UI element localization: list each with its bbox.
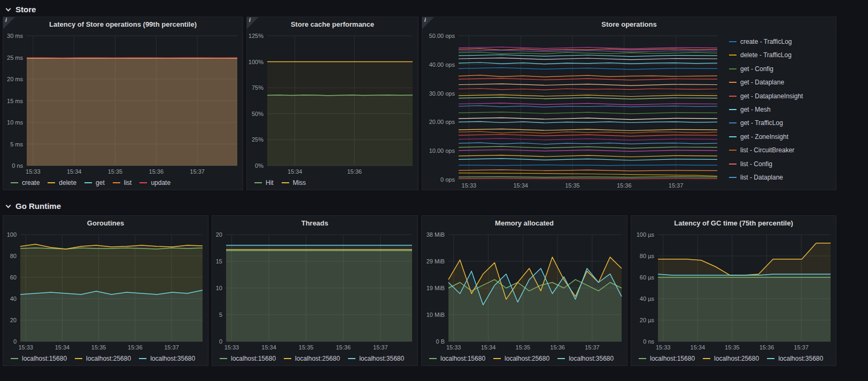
legend-item[interactable]: get - Config bbox=[729, 65, 833, 73]
legend-item[interactable]: list - Dataplane bbox=[729, 174, 833, 181]
legend-item[interactable]: localhost:25680 bbox=[284, 355, 340, 362]
panel-title[interactable]: Goroutines bbox=[3, 216, 208, 230]
legend-item[interactable]: localhost:35680 bbox=[557, 355, 614, 362]
series-label: localhost:15680 bbox=[650, 355, 695, 362]
legend-item[interactable]: get - ZoneInsight bbox=[729, 133, 833, 141]
svg-text:20 ms: 20 ms bbox=[7, 76, 23, 82]
panel-latency-store-operations: i Latency of Store operations (99th perc… bbox=[3, 17, 243, 190]
panel-title[interactable]: Latency of GC time (75th percentile) bbox=[631, 216, 836, 230]
store-operations-chart[interactable]: 0 ops10.00 ops20.00 ops30.00 ops40.00 op… bbox=[422, 32, 723, 190]
svg-text:60 µs: 60 µs bbox=[640, 274, 655, 281]
svg-text:10.00 ops: 10.00 ops bbox=[429, 147, 455, 154]
legend-item[interactable]: create bbox=[11, 179, 40, 186]
legend-item[interactable]: Miss bbox=[282, 179, 306, 186]
legend-item[interactable]: localhost:15680 bbox=[11, 355, 67, 362]
legend-item[interactable]: localhost:35680 bbox=[767, 355, 823, 362]
legend-item[interactable]: update bbox=[140, 179, 170, 186]
legend-item[interactable]: localhost:15680 bbox=[220, 355, 276, 362]
legend-item[interactable]: localhost:25680 bbox=[703, 355, 759, 362]
section-title: Store bbox=[15, 5, 36, 14]
panel-info-icon[interactable]: i bbox=[247, 17, 259, 29]
svg-text:15:34: 15:34 bbox=[261, 344, 276, 351]
legend-item[interactable]: localhost:35680 bbox=[348, 355, 404, 362]
gc-latency-chart[interactable]: 0 ns20 µs40 µs60 µs80 µs100 µs15:3315:34… bbox=[631, 230, 836, 352]
section-header-go-runtime[interactable]: Go Runtime bbox=[0, 197, 868, 213]
threads-chart[interactable]: 0510152015:3315:3415:3515:3615:37 bbox=[212, 230, 417, 352]
panel-title[interactable]: Store operations bbox=[422, 17, 836, 32]
legend-item[interactable]: list bbox=[113, 179, 132, 186]
series-label: localhost:25680 bbox=[714, 355, 759, 362]
legend-item[interactable]: localhost:35680 bbox=[139, 355, 195, 362]
legend-item[interactable]: delete - TrafficLog bbox=[729, 51, 833, 59]
legend-item[interactable]: get - Mesh bbox=[729, 106, 833, 113]
panel-goroutines: Goroutines 02040608010015:3315:3415:3515… bbox=[3, 215, 208, 366]
legend-item[interactable]: Hit bbox=[254, 179, 274, 186]
svg-text:0: 0 bbox=[13, 338, 17, 345]
chevron-down-icon bbox=[6, 6, 11, 11]
goroutines-chart[interactable]: 02040608010015:3315:3415:3515:3615:37 bbox=[3, 230, 208, 352]
panel-store-operations: i Store operations 0 ops10.00 ops20.00 o… bbox=[422, 17, 836, 190]
svg-text:15:34: 15:34 bbox=[513, 182, 528, 189]
panel-title[interactable]: Memory allocated bbox=[422, 216, 627, 230]
panel-info-icon[interactable]: i bbox=[3, 17, 15, 29]
chart-legend: localhost:15680localhost:25680localhost:… bbox=[422, 352, 627, 366]
memory-allocated-chart[interactable]: 0 B10 MiB19 MiB29 MiB38 MiB15:3315:3415:… bbox=[422, 230, 627, 352]
svg-text:20: 20 bbox=[10, 317, 17, 323]
chart-legend: createdeletegetlistupdate bbox=[3, 176, 243, 190]
series-label: localhost:25680 bbox=[86, 355, 131, 362]
legend-item[interactable]: get - DataplaneInsight bbox=[729, 92, 833, 100]
latency-store-chart[interactable]: 0 ns5 ms10 ms15 ms20 ms25 ms30 ms15:3315… bbox=[3, 32, 243, 176]
svg-text:40.00 ops: 40.00 ops bbox=[429, 61, 455, 68]
svg-text:15: 15 bbox=[216, 258, 222, 265]
panel-info-icon[interactable]: i bbox=[422, 17, 434, 29]
store-cache-chart[interactable]: 0%25%50%75%100%125%15:3415:36 bbox=[247, 32, 418, 176]
legend-item[interactable]: get - TrafficLog bbox=[729, 119, 833, 127]
series-color-dash bbox=[140, 182, 147, 183]
svg-text:15:37: 15:37 bbox=[373, 344, 388, 351]
series-color-dash bbox=[220, 358, 227, 359]
panel-title[interactable]: Threads bbox=[212, 216, 417, 230]
legend-item[interactable]: localhost:25680 bbox=[493, 355, 549, 362]
svg-text:15:33: 15:33 bbox=[462, 182, 477, 189]
series-label: localhost:35680 bbox=[569, 355, 614, 362]
chart-legend: localhost:15680localhost:25680localhost:… bbox=[212, 352, 417, 366]
svg-text:15:36: 15:36 bbox=[128, 344, 143, 351]
panel-title[interactable]: Store cache performance bbox=[247, 17, 418, 32]
series-color-dash bbox=[729, 136, 737, 137]
svg-text:10: 10 bbox=[216, 285, 222, 291]
legend-item[interactable]: create - TrafficLog bbox=[729, 38, 833, 45]
svg-text:15:36: 15:36 bbox=[149, 168, 164, 175]
panel-title[interactable]: Latency of Store operations (99th percen… bbox=[3, 17, 243, 32]
legend-item[interactable]: list - CircuitBreaker bbox=[729, 146, 833, 154]
series-label: get - Dataplane bbox=[740, 79, 784, 86]
series-label: get - ZoneInsight bbox=[740, 133, 788, 141]
store-panels-row: i Latency of Store operations (99th perc… bbox=[0, 17, 868, 190]
legend-item[interactable]: get bbox=[84, 179, 105, 186]
legend-item[interactable]: localhost:25680 bbox=[75, 355, 131, 362]
svg-text:15:34: 15:34 bbox=[55, 344, 70, 351]
legend-item[interactable]: localhost:15680 bbox=[429, 355, 485, 362]
legend-item[interactable]: delete bbox=[48, 179, 76, 186]
series-color-dash bbox=[729, 177, 737, 178]
series-label: get - Mesh bbox=[740, 106, 771, 113]
section-header-store[interactable]: Store bbox=[0, 0, 868, 17]
legend-item[interactable]: localhost:15680 bbox=[639, 355, 695, 362]
svg-text:0%: 0% bbox=[255, 162, 264, 169]
svg-text:15:37: 15:37 bbox=[190, 168, 205, 175]
legend-item[interactable]: list - Config bbox=[729, 160, 833, 168]
svg-text:15:34: 15:34 bbox=[481, 344, 496, 351]
svg-text:15:36: 15:36 bbox=[336, 344, 351, 351]
series-label: get - Config bbox=[740, 65, 773, 73]
series-label: delete - TrafficLog bbox=[740, 51, 792, 59]
svg-text:20 µs: 20 µs bbox=[640, 317, 655, 323]
series-label: localhost:25680 bbox=[505, 355, 549, 362]
svg-text:20: 20 bbox=[216, 231, 222, 238]
series-label: create bbox=[22, 179, 40, 186]
series-label: localhost:35680 bbox=[150, 355, 195, 362]
svg-text:25 ms: 25 ms bbox=[7, 55, 23, 61]
svg-text:15:35: 15:35 bbox=[725, 344, 740, 351]
series-color-dash bbox=[113, 182, 120, 183]
series-label: list - CircuitBreaker bbox=[740, 146, 794, 154]
legend-item[interactable]: get - Dataplane bbox=[729, 79, 833, 86]
svg-text:40 µs: 40 µs bbox=[640, 296, 655, 302]
